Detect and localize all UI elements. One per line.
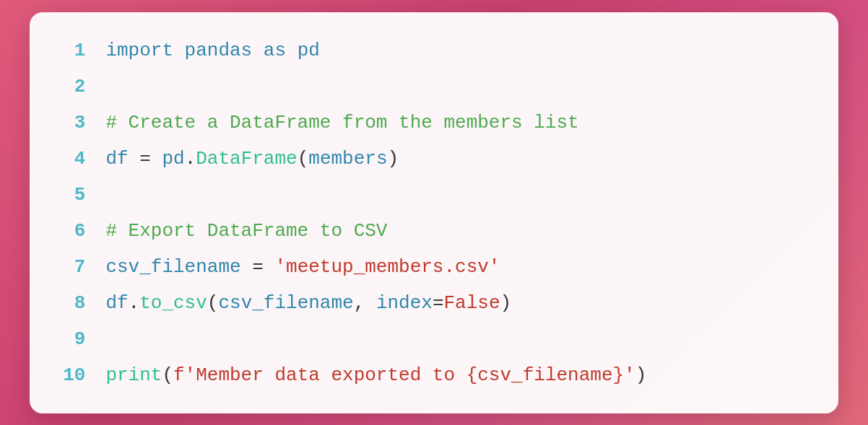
code-token: ) (388, 148, 399, 170)
table-row: 5 (50, 177, 812, 213)
code-token (173, 40, 185, 61)
line-number: 5 (50, 177, 105, 213)
code-token: print (105, 364, 162, 386)
code-token: , (354, 292, 376, 314)
line-number: 4 (50, 141, 105, 177)
table-row: 9 (50, 321, 812, 357)
line-number: 6 (50, 213, 105, 249)
code-token: ( (298, 148, 309, 170)
table-row: 2 (50, 69, 812, 105)
code-token: = (433, 292, 444, 314)
line-code: print(f'Member data exported to {csv_fil… (105, 357, 812, 393)
code-token: pd (298, 40, 320, 61)
code-token: = (241, 256, 275, 278)
line-number: 7 (50, 249, 105, 285)
code-token: # Export DataFrame to CSV (105, 220, 387, 242)
table-row: 3# Create a DataFrame from the members l… (50, 105, 812, 141)
line-code (105, 177, 812, 213)
line-code: df = pd.DataFrame(members) (105, 141, 812, 177)
code-token: import (105, 40, 173, 61)
table-row: 10print(f'Member data exported to {csv_f… (50, 357, 812, 393)
code-token: ( (162, 364, 173, 386)
line-number: 2 (50, 69, 105, 105)
table-row: 1import pandas as pd (50, 32, 812, 69)
code-token: ) (500, 292, 512, 314)
code-token: f'Member data exported to {csv_filename}… (173, 364, 635, 386)
table-row: 7csv_filename = 'meetup_members.csv' (50, 249, 812, 285)
line-code: # Export DataFrame to CSV (105, 213, 812, 249)
code-token: csv_filename (218, 292, 353, 314)
code-token: 'meetup_members.csv' (274, 256, 500, 278)
table-row: 4df = pd.DataFrame(members) (50, 141, 812, 177)
code-token: False (444, 292, 500, 314)
line-number: 10 (50, 357, 105, 393)
line-number: 3 (50, 105, 105, 141)
table-row: 6# Export DataFrame to CSV (50, 213, 812, 249)
line-code (105, 321, 812, 357)
code-token: to_csv (139, 292, 207, 314)
code-token: ( (207, 292, 219, 314)
line-code: # Create a DataFrame from the members li… (105, 105, 812, 141)
line-code: csv_filename = 'meetup_members.csv' (105, 249, 812, 285)
line-code: df.to_csv(csv_filename, index=False) (105, 285, 812, 321)
code-token (252, 40, 264, 61)
line-code: import pandas as pd (105, 32, 812, 69)
line-code (105, 69, 812, 105)
code-table: 1import pandas as pd2 3# Create a DataFr… (50, 32, 812, 393)
code-token: . (129, 292, 140, 314)
code-token: pandas (185, 40, 253, 61)
code-token: as (264, 40, 286, 61)
code-token (286, 40, 298, 61)
code-token: DataFrame (196, 148, 297, 170)
code-token: df (105, 292, 128, 314)
code-token: members (308, 148, 387, 170)
code-token: df (105, 148, 128, 170)
code-token: ) (635, 364, 647, 386)
line-number: 8 (50, 285, 105, 321)
code-token: csv_filename (105, 256, 240, 278)
table-row: 8df.to_csv(csv_filename, index=False) (50, 285, 812, 321)
code-token: pd (162, 148, 184, 170)
code-token: . (185, 148, 196, 170)
line-number: 9 (50, 321, 105, 357)
line-number: 1 (50, 32, 105, 69)
code-card: 1import pandas as pd2 3# Create a DataFr… (30, 12, 838, 413)
code-token: # Create a DataFrame from the members li… (105, 112, 578, 133)
code-token: = (129, 148, 162, 170)
code-token: index (376, 292, 433, 314)
